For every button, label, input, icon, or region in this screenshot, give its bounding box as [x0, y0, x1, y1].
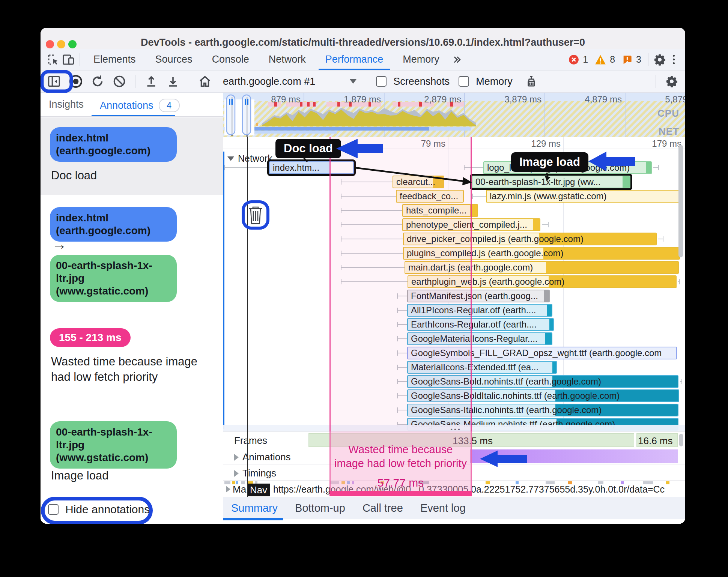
annotation-note-doc-load[interactable]: Doc load	[51, 168, 209, 183]
screenshot-stage: DevTools - earth.google.com/static/multi…	[0, 0, 728, 577]
download-phase	[549, 319, 553, 330]
toggle-sidebar-icon[interactable]	[44, 73, 64, 90]
devtools-tab-bar: ElementsSourcesConsoleNetworkPerformance…	[41, 49, 685, 71]
more-tabs-icon[interactable]	[449, 52, 464, 67]
track-selected-accent	[223, 152, 224, 429]
download-phase	[646, 162, 651, 173]
inspect-element-icon[interactable]	[46, 52, 61, 67]
record-icon[interactable]	[66, 73, 86, 90]
error-icon[interactable]	[569, 54, 579, 65]
tab-insights[interactable]: Insights	[49, 99, 84, 110]
timeline-minimap[interactable]: 879 ms1,879 ms2,879 ms3,879 ms4,879 ms5,…	[223, 93, 685, 137]
annotation-chip-link-to[interactable]: 00-earth-splash-1x-ltr.jpg (www.gstatic.…	[50, 255, 177, 302]
cpu-lane-label: CPU	[657, 108, 679, 119]
device-toolbar-icon[interactable]	[61, 52, 76, 67]
tab-sources[interactable]: Sources	[146, 49, 202, 70]
chart-time-tick: 179 ms	[621, 138, 681, 149]
hide-annotations-control[interactable]: Hide annotations	[48, 503, 150, 516]
download-phase	[623, 176, 630, 188]
active-tab-underline	[92, 115, 175, 116]
timings-track-header[interactable]: Timings	[234, 467, 276, 479]
animations-track-header[interactable]: Animations	[234, 451, 291, 463]
wasted-time-text: Wasted time because image had low fetch …	[333, 443, 468, 470]
minimap-tick: 2,879 ms	[401, 94, 461, 105]
request-whisker	[472, 196, 486, 197]
tab-network[interactable]: Network	[259, 49, 316, 70]
tab-console[interactable]: Console	[202, 49, 259, 70]
window-title: DevTools - earth.google.com/static/multi…	[41, 37, 685, 48]
annotation-note-wasted-time[interactable]: Wasted time because image had low fetch …	[51, 354, 209, 385]
screenshots-label: Screenshots	[393, 76, 450, 87]
expand-triangle-icon[interactable]	[234, 470, 239, 477]
download-phase	[547, 305, 552, 316]
timeline-marker-line	[247, 137, 248, 497]
annotation-chip-link-from[interactable]: index.html (earth.google.com)	[50, 207, 177, 242]
download-phase	[549, 276, 676, 287]
collapse-triangle-icon[interactable]	[227, 156, 234, 161]
screenshots-checkbox[interactable]	[376, 76, 387, 87]
download-profile-icon[interactable]	[163, 73, 183, 90]
clear-icon[interactable]	[110, 73, 129, 90]
request-label: index.htm...	[273, 162, 319, 173]
image-load-entry-label[interactable]: Image load	[511, 152, 588, 172]
animations-track-label: Animations	[242, 451, 291, 463]
upload-profile-icon[interactable]	[141, 73, 161, 90]
frame-duration: 16.6 ms	[638, 435, 673, 447]
chart-time-tick: 129 ms	[501, 138, 561, 149]
download-phase	[552, 362, 556, 373]
annotation-range-badge[interactable]: 155 - 213 ms	[50, 328, 131, 347]
minimap-tick: 1,879 ms	[321, 94, 381, 105]
annotation-chip-image[interactable]: 00-earth-splash-1x-ltr.jpg (www.gstatic.…	[50, 421, 177, 469]
tracks-scrollbar[interactable]	[679, 434, 683, 446]
request-whisker	[658, 239, 663, 239]
titlebar: DevTools - earth.google.com/static/multi…	[41, 28, 685, 49]
minimap-tick: 3,879 ms	[481, 94, 541, 105]
memory-checkbox[interactable]	[459, 76, 469, 87]
expand-triangle-icon[interactable]	[234, 454, 239, 461]
tab-performance[interactable]: Performance	[316, 49, 393, 70]
details-tab-bottom-up[interactable]: Bottom-up	[295, 502, 345, 514]
nav-marker-badge: Nav	[247, 484, 270, 496]
page-selector[interactable]: earth.google.com #1	[223, 76, 356, 87]
vertical-scrollbar[interactable]	[678, 145, 683, 257]
download-phase	[533, 219, 540, 230]
error-count[interactable]: 1	[583, 54, 588, 65]
wasted-time-duration: 57.77 ms	[378, 476, 424, 489]
expand-triangle-icon[interactable]	[226, 486, 230, 493]
animation-bar[interactable]	[470, 449, 678, 463]
tab-annotations[interactable]: Annotations 4	[100, 99, 180, 112]
request-whisker	[224, 165, 225, 170]
download-phase	[543, 248, 679, 259]
issues-count[interactable]: 3	[636, 54, 641, 65]
details-tab-event-log[interactable]: Event log	[420, 502, 466, 514]
tab-elements[interactable]: Elements	[84, 49, 146, 70]
warning-icon[interactable]	[595, 54, 606, 65]
reload-record-icon[interactable]	[88, 73, 107, 90]
tab-memory[interactable]: Memory	[393, 49, 449, 70]
download-phase	[546, 262, 678, 273]
network-request-bar[interactable]: 00-earth-splash-1x-ltr.jpg (ww...	[472, 176, 630, 188]
more-options-icon[interactable]	[667, 55, 680, 64]
minimap-tick: 4,879 ms	[562, 94, 622, 105]
home-icon[interactable]	[195, 73, 215, 90]
capture-settings-gear-icon[interactable]	[662, 73, 681, 90]
garbage-collect-icon[interactable]	[522, 73, 541, 90]
performance-toolbar: earth.google.com #1 Screenshots Memory	[41, 71, 685, 93]
request-label: 00-earth-splash-1x-ltr.jpg (ww...	[475, 177, 600, 187]
annotation-chip-index-html[interactable]: index.html (earth.google.com)	[50, 127, 177, 162]
details-tab-call-tree[interactable]: Call tree	[362, 502, 403, 514]
issues-icon[interactable]	[622, 54, 632, 65]
network-track-label: Network	[238, 153, 272, 164]
panel-tabs: ElementsSourcesConsoleNetworkPerformance…	[84, 49, 449, 70]
wasted-time-label-box: Wasted time because image had low fetch …	[329, 431, 472, 491]
annotation-note-image-load[interactable]: Image load	[51, 468, 209, 483]
details-tab-summary[interactable]: Summary	[231, 502, 278, 514]
frames-track-label: Frames	[234, 435, 267, 446]
warning-count[interactable]: 8	[610, 54, 615, 65]
network-request-bar[interactable]: lazy.min.js (www.gstatic.com)	[486, 190, 680, 203]
request-whisker	[658, 165, 659, 170]
doc-load-entry-label[interactable]: Doc load	[275, 139, 341, 158]
network-track-header[interactable]: Network	[227, 153, 272, 164]
hide-annotations-checkbox[interactable]	[48, 504, 59, 515]
settings-gear-icon[interactable]	[652, 52, 667, 67]
